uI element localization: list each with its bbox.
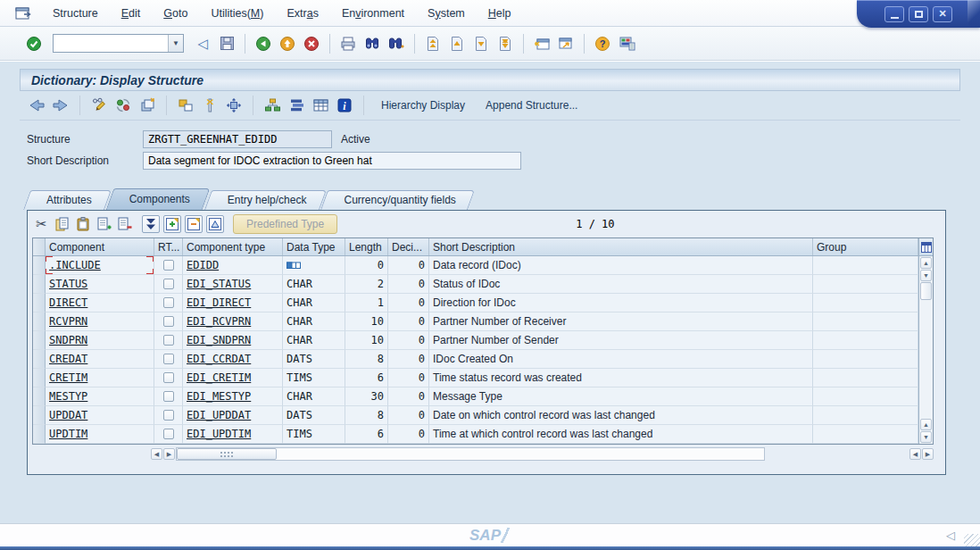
decimals-cell[interactable]: 0 [388,294,429,312]
decimals-cell[interactable]: 0 [388,406,429,425]
minimize-icon[interactable] [884,6,904,22]
maximize-icon[interactable] [909,6,928,22]
row-selector[interactable] [33,275,46,294]
row-selector[interactable] [33,294,46,312]
component-cell[interactable]: STATUS [46,275,154,294]
row-selector[interactable] [33,406,46,425]
group-cell[interactable] [813,406,918,425]
row-selector[interactable] [33,312,46,331]
structure-field[interactable] [143,130,332,148]
horizontal-scrollbar-thumb[interactable] [177,448,277,460]
rt-checkbox[interactable] [163,354,174,364]
command-input[interactable] [54,36,168,51]
activation-log-icon[interactable] [200,96,220,115]
copy-rows-icon[interactable] [53,215,71,234]
component-cell[interactable]: CRETIM [46,369,154,388]
data-type-cell[interactable] [283,256,345,275]
scroll-left-icon[interactable]: ◀ [151,448,162,460]
component-type-cell[interactable]: EDIDD [183,256,283,275]
group-cell[interactable] [813,425,918,444]
collapse-icon[interactable] [185,215,203,233]
component-cell[interactable]: MESTYP [46,388,154,406]
column-header-component-type[interactable]: Component type [183,238,283,255]
length-cell[interactable]: 6 [345,369,388,388]
component-cell[interactable]: UPDTIM [46,425,154,444]
component-cell[interactable]: UPDDAT [46,406,154,425]
component-type-cell[interactable]: EDI_DIRECT [183,294,283,312]
component-type-cell[interactable]: EDI_CCRDAT [183,350,283,369]
scroll-up-bottom-icon[interactable]: ▲ [920,419,932,430]
component-cell[interactable]: RCVPRN [46,312,154,331]
data-type-cell[interactable]: TIMS [283,369,345,388]
decimals-cell[interactable]: 0 [388,388,429,406]
cancel-icon[interactable] [301,33,322,54]
previous-page-icon[interactable] [446,33,468,54]
move-to-top-icon[interactable] [206,215,224,233]
paste-icon[interactable] [73,215,92,234]
length-cell[interactable]: 0 [345,256,388,275]
column-header-rt[interactable]: RT... [154,238,183,255]
column-header-group[interactable]: Group [813,238,918,255]
delete-row-icon[interactable] [114,215,133,234]
group-cell[interactable] [813,331,918,350]
length-cell[interactable]: 2 [345,275,388,294]
find-icon[interactable] [361,33,383,54]
length-cell[interactable]: 6 [345,425,388,444]
print-icon[interactable] [337,33,359,54]
decimals-cell[interactable]: 0 [388,350,429,369]
find-next-icon[interactable] [386,33,407,54]
insert-row-icon[interactable] [94,215,112,234]
length-cell[interactable]: 10 [345,312,388,331]
decimals-cell[interactable]: 0 [388,312,429,331]
tab-entry-help-check[interactable]: Entry help/check [208,190,323,210]
customize-layout-icon[interactable] [616,33,637,54]
group-cell[interactable] [813,388,918,406]
where-used-icon[interactable] [176,96,195,115]
decimals-cell[interactable]: 0 [388,331,429,350]
help-icon[interactable]: ? [592,33,613,54]
sap-screen-icon[interactable] [14,5,34,21]
menu-item-help[interactable]: Help [477,4,523,23]
component-type-cell[interactable]: EDI_CRETIM [183,369,283,388]
tab-attributes[interactable]: Attributes [27,190,108,210]
table-settings-icon[interactable] [919,238,933,256]
length-cell[interactable]: 1 [345,294,388,312]
column-header-deci[interactable]: Deci... [388,238,429,255]
next-object-icon[interactable] [51,96,71,115]
menu-item-extras[interactable]: Extras [275,4,329,23]
last-page-icon[interactable] [494,33,516,54]
tab-components[interactable]: Components [110,188,206,210]
group-cell[interactable] [813,294,918,312]
rt-checkbox[interactable] [163,372,174,383]
decimals-cell[interactable]: 0 [388,275,429,294]
decimals-cell[interactable]: 0 [388,256,429,275]
row-selector[interactable] [33,331,46,350]
close-icon[interactable]: ✕ [933,6,952,22]
tab-currency-quantity-fields[interactable]: Currency/quantity fields [324,190,471,210]
length-cell[interactable]: 30 [345,388,388,406]
rt-checkbox[interactable] [163,410,174,421]
select-block-icon[interactable] [142,215,160,233]
component-type-cell[interactable]: EDI_RCVPRN [183,312,283,331]
component-type-cell[interactable]: EDI_SNDPRN [183,331,283,350]
column-header-data-type[interactable]: Data Type [283,238,345,255]
component-cell[interactable]: SNDPRN [46,331,154,350]
command-field-dropdown-icon[interactable]: ▼ [168,35,183,52]
column-header-length[interactable]: Length [345,238,388,255]
scroll-down-bottom-icon[interactable]: ▼ [920,431,932,443]
scroll-up-icon[interactable]: ▲ [920,257,932,269]
back-icon[interactable] [253,33,274,54]
tabular-display-icon[interactable] [311,96,330,115]
back-triangle-icon[interactable]: ◁ [192,33,213,54]
rt-checkbox[interactable] [163,297,174,308]
copy-icon[interactable] [137,96,157,115]
previous-object-icon[interactable] [27,96,46,115]
group-cell[interactable] [813,350,918,369]
vertical-scrollbar[interactable]: ▲ ▼ ▲ ▼ [919,256,933,444]
length-cell[interactable]: 10 [345,331,388,350]
row-selector[interactable] [33,425,46,444]
menu-item-system[interactable]: System [416,4,477,23]
runtime-object-icon[interactable] [224,96,244,115]
row-selector[interactable] [33,256,46,275]
menu-item-goto[interactable]: Goto [152,4,199,23]
